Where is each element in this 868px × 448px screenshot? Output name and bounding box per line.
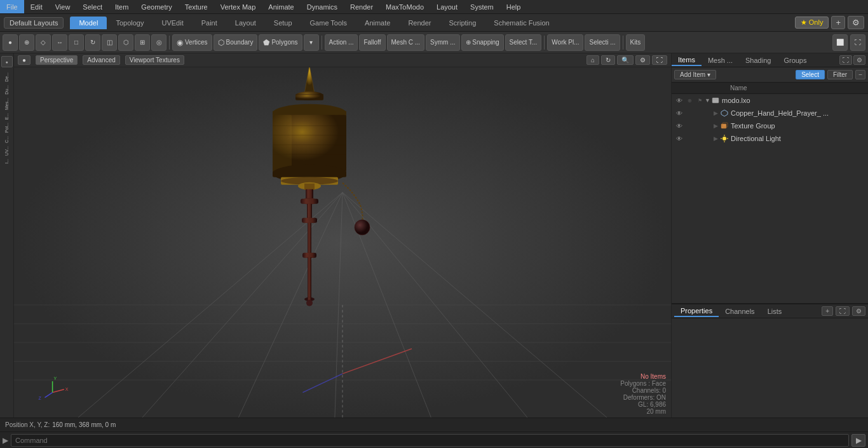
menu-maxtomodo[interactable]: MaxToModo: [379, 0, 430, 13]
item-row-texture-group[interactable]: 👁 ▶ Texture Group: [672, 119, 868, 132]
sidebar-tool-de[interactable]: De...: [4, 71, 9, 83]
rotate-tool-btn[interactable]: ↻: [85, 34, 100, 51]
vr-btn[interactable]: ⬜: [832, 34, 848, 51]
menu-dynamics[interactable]: Dynamics: [301, 0, 344, 13]
polygons-btn[interactable]: ⬟ Polygons: [259, 34, 302, 51]
viewport-canvas[interactable]: X Y Z: [14, 67, 671, 417]
menu-select[interactable]: Select: [76, 0, 109, 13]
falloff-btn[interactable]: Falloff: [359, 34, 385, 51]
viewport-textures-btn[interactable]: Viewport Textures: [125, 55, 184, 65]
symmetry-btn[interactable]: Symm ...: [426, 34, 459, 51]
expand-dir-light[interactable]: ▶: [714, 135, 720, 142]
poly-tool-btn[interactable]: ⬡: [118, 34, 133, 51]
expand-texture-group[interactable]: ▶: [714, 123, 720, 129]
tab-render[interactable]: Render: [399, 17, 440, 29]
viewport-menu-btn[interactable]: ●: [18, 55, 31, 65]
tab-shading[interactable]: Shading: [739, 55, 777, 65]
menu-animate[interactable]: Animate: [262, 0, 300, 13]
menu-file[interactable]: File: [0, 0, 24, 13]
flag-modo-lxo[interactable]: ⚑: [695, 95, 705, 105]
kits-btn[interactable]: Kits: [626, 34, 646, 51]
menu-view[interactable]: View: [49, 0, 77, 13]
tab-layout[interactable]: Layout: [226, 17, 265, 29]
star-only-button[interactable]: ★ Only: [795, 17, 829, 29]
layout-dropdown[interactable]: Default Layouts: [4, 17, 64, 29]
expand-copper[interactable]: ▶: [714, 110, 720, 116]
tab-game-tools[interactable]: Game Tools: [301, 17, 356, 29]
tab-mesh[interactable]: Mesh ...: [702, 55, 739, 65]
boundary-btn[interactable]: ⬡ Boundary: [214, 34, 258, 51]
sidebar-tool-pol[interactable]: Pol...: [4, 121, 9, 134]
sidebar-tool-e[interactable]: E...: [4, 112, 9, 121]
viewport-orbit-btn[interactable]: ↻: [601, 55, 615, 65]
menu-item[interactable]: Item: [109, 0, 135, 13]
item-row-modo-lxo[interactable]: 👁 ⊕ ⚑ ▼ modo.lxo: [672, 94, 868, 107]
tab-groups[interactable]: Groups: [777, 55, 813, 65]
tab-properties[interactable]: Properties: [674, 306, 719, 317]
toggle-tool-btn[interactable]: ●: [3, 34, 18, 51]
menu-help[interactable]: Help: [500, 0, 527, 13]
eye-copper[interactable]: 👁: [674, 108, 684, 118]
quad-tool-btn[interactable]: ◫: [102, 34, 117, 51]
transform-tool-btn[interactable]: ↔: [52, 34, 67, 51]
props-add-btn[interactable]: +: [822, 306, 833, 316]
menu-vertex-map[interactable]: Vertex Map: [214, 0, 262, 13]
sidebar-tool-uv[interactable]: UV...: [4, 145, 9, 157]
tab-uvedit[interactable]: UVEdit: [153, 17, 192, 29]
sidebar-tool-dup[interactable]: Du...: [4, 84, 9, 96]
items-filter-btn[interactable]: Filter: [827, 70, 853, 79]
viewport-zoom-btn[interactable]: 🔍: [617, 55, 634, 65]
sidebar-tool-i[interactable]: I...: [4, 158, 9, 165]
sidebar-tool-c[interactable]: C...: [4, 135, 9, 144]
item-row-copper[interactable]: 👁 ▶ Copper_Hand_Held_Prayer_ ...: [672, 107, 868, 119]
advanced-btn[interactable]: Advanced: [83, 55, 119, 65]
add-tool-btn[interactable]: ⊕: [19, 34, 34, 51]
select-tool-btn[interactable]: ◇: [36, 34, 51, 51]
perspective-btn[interactable]: Perspective: [36, 55, 78, 65]
menu-texture[interactable]: Texture: [179, 0, 214, 13]
menu-geometry[interactable]: Geometry: [135, 0, 178, 13]
mesh-btn[interactable]: Mesh C ...: [387, 34, 425, 51]
add-tab-button[interactable]: +: [831, 16, 845, 29]
menu-system[interactable]: System: [464, 0, 500, 13]
vertices-btn[interactable]: ◉ Vertices: [172, 34, 212, 51]
flag-copper[interactable]: [695, 108, 705, 118]
tab-channels[interactable]: Channels: [719, 306, 761, 316]
menu-edit[interactable]: Edit: [24, 0, 49, 13]
command-input[interactable]: [11, 434, 849, 447]
sphere-tool-btn[interactable]: ◎: [151, 34, 166, 51]
menu-layout[interactable]: Layout: [430, 0, 464, 13]
tab-items[interactable]: Items: [672, 55, 702, 66]
fullscreen-btn[interactable]: ⛶: [850, 34, 865, 51]
snapping-btn[interactable]: ⊕ Snapping: [461, 34, 504, 51]
sidebar-top-toggle[interactable]: ●: [1, 56, 13, 67]
viewport-home-btn[interactable]: ⌂: [587, 55, 599, 65]
grid-tool-btn[interactable]: ⊞: [135, 34, 150, 51]
sidebar-tool-mesh[interactable]: Mes...: [4, 97, 9, 111]
tab-schematic[interactable]: Schematic Fusion: [485, 17, 558, 29]
viewport-settings-btn[interactable]: ⚙: [635, 55, 650, 65]
add-item-btn[interactable]: Add Item ▾: [674, 70, 716, 79]
eye-modo-lxo[interactable]: 👁: [674, 95, 684, 105]
props-expand-btn[interactable]: ⛶: [836, 306, 850, 316]
menu-render[interactable]: Render: [344, 0, 379, 13]
items-select-btn[interactable]: Select: [796, 70, 825, 79]
tool-extra-btn[interactable]: ▾: [304, 34, 319, 51]
eye-dir-light[interactable]: 👁: [674, 133, 684, 144]
tab-animate[interactable]: Animate: [356, 17, 399, 29]
tab-scripting[interactable]: Scripting: [440, 17, 485, 29]
props-gear-btn[interactable]: ⚙: [852, 306, 865, 316]
tab-paint[interactable]: Paint: [193, 17, 226, 29]
items-gear-btn[interactable]: ⚙: [853, 55, 865, 65]
workplane-btn[interactable]: Work Pl...: [547, 34, 583, 51]
items-minus-btn[interactable]: −: [855, 70, 865, 79]
viewport-expand-btn[interactable]: ⛶: [652, 55, 667, 65]
action-btn[interactable]: Action ...: [325, 34, 358, 51]
box-tool-btn[interactable]: □: [69, 34, 84, 51]
add-modo-lxo[interactable]: ⊕: [684, 95, 695, 105]
tab-lists[interactable]: Lists: [761, 306, 789, 316]
tab-model[interactable]: Model: [70, 17, 107, 29]
add-copper[interactable]: [684, 108, 695, 118]
tab-topology[interactable]: Topology: [107, 17, 153, 29]
cmd-go-button[interactable]: ▶: [851, 434, 865, 447]
